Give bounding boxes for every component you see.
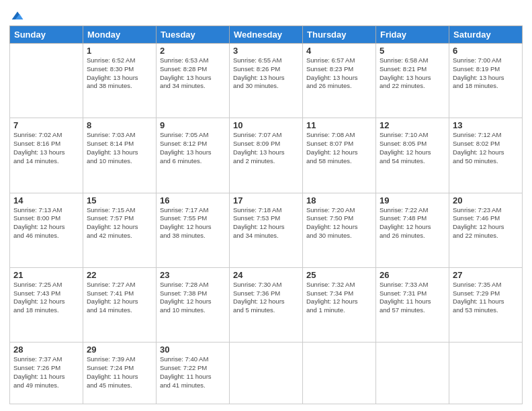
- week-row-1: 1Sunrise: 6:52 AM Sunset: 8:30 PM Daylig…: [10, 44, 523, 118]
- day-info: Sunrise: 6:52 AM Sunset: 8:30 PM Dayligh…: [87, 56, 152, 91]
- header-saturday: Saturday: [449, 26, 523, 44]
- day-number: 3: [233, 46, 299, 56]
- day-number: 24: [233, 270, 299, 280]
- calendar-cell: 28Sunrise: 7:37 AM Sunset: 7:26 PM Dayli…: [10, 342, 83, 404]
- calendar-cell: 26Sunrise: 7:33 AM Sunset: 7:31 PM Dayli…: [376, 267, 449, 342]
- page: Sunday Monday Tuesday Wednesday Thursday…: [0, 0, 532, 411]
- day-info: Sunrise: 7:03 AM Sunset: 8:14 PM Dayligh…: [87, 131, 152, 165]
- day-info: Sunrise: 7:25 AM Sunset: 7:43 PM Dayligh…: [13, 281, 79, 315]
- calendar-cell: [376, 342, 449, 404]
- day-info: Sunrise: 7:07 AM Sunset: 8:09 PM Dayligh…: [233, 131, 299, 165]
- day-number: 19: [380, 195, 445, 205]
- day-info: Sunrise: 7:28 AM Sunset: 7:38 PM Dayligh…: [160, 281, 226, 315]
- calendar-cell: 4Sunrise: 6:57 AM Sunset: 8:23 PM Daylig…: [303, 44, 376, 118]
- day-info: Sunrise: 6:55 AM Sunset: 8:26 PM Dayligh…: [233, 56, 299, 91]
- day-number: 2: [160, 46, 226, 56]
- day-number: 9: [160, 120, 226, 130]
- calendar-cell: 2Sunrise: 6:53 AM Sunset: 8:28 PM Daylig…: [157, 44, 230, 118]
- calendar-cell: [303, 342, 376, 404]
- day-info: Sunrise: 7:15 AM Sunset: 7:57 PM Dayligh…: [87, 206, 152, 240]
- day-number: 14: [13, 195, 79, 205]
- day-number: 21: [13, 270, 79, 280]
- day-number: 17: [233, 195, 299, 205]
- day-info: Sunrise: 7:39 AM Sunset: 7:24 PM Dayligh…: [87, 355, 152, 390]
- day-number: 7: [13, 120, 79, 130]
- day-info: Sunrise: 7:20 AM Sunset: 7:50 PM Dayligh…: [306, 206, 372, 240]
- header-thursday: Thursday: [303, 26, 376, 44]
- day-number: 10: [233, 120, 299, 130]
- day-number: 23: [160, 270, 226, 280]
- calendar-cell: 16Sunrise: 7:17 AM Sunset: 7:55 PM Dayli…: [157, 193, 230, 267]
- week-row-3: 14Sunrise: 7:13 AM Sunset: 8:00 PM Dayli…: [10, 193, 523, 267]
- calendar-table: Sunday Monday Tuesday Wednesday Thursday…: [9, 26, 523, 404]
- calendar-cell: 27Sunrise: 7:35 AM Sunset: 7:29 PM Dayli…: [449, 267, 523, 342]
- day-info: Sunrise: 7:35 AM Sunset: 7:29 PM Dayligh…: [453, 281, 519, 315]
- calendar-cell: 21Sunrise: 7:25 AM Sunset: 7:43 PM Dayli…: [10, 267, 83, 342]
- header-tuesday: Tuesday: [157, 26, 230, 44]
- calendar-cell: 24Sunrise: 7:30 AM Sunset: 7:36 PM Dayli…: [230, 267, 303, 342]
- calendar-cell: 30Sunrise: 7:40 AM Sunset: 7:22 PM Dayli…: [157, 342, 230, 404]
- calendar-cell: 3Sunrise: 6:55 AM Sunset: 8:26 PM Daylig…: [230, 44, 303, 118]
- day-info: Sunrise: 7:13 AM Sunset: 8:00 PM Dayligh…: [13, 206, 79, 240]
- day-number: 5: [380, 46, 445, 56]
- header-wednesday: Wednesday: [230, 26, 303, 44]
- calendar-cell: 7Sunrise: 7:02 AM Sunset: 8:16 PM Daylig…: [10, 118, 83, 193]
- day-number: 30: [160, 345, 226, 355]
- calendar-cell: 23Sunrise: 7:28 AM Sunset: 7:38 PM Dayli…: [157, 267, 230, 342]
- day-info: Sunrise: 7:40 AM Sunset: 7:22 PM Dayligh…: [160, 355, 226, 390]
- header-friday: Friday: [376, 26, 449, 44]
- calendar-cell: [10, 44, 83, 118]
- day-info: Sunrise: 6:58 AM Sunset: 8:21 PM Dayligh…: [380, 56, 445, 91]
- day-number: 28: [13, 345, 79, 355]
- day-info: Sunrise: 6:57 AM Sunset: 8:23 PM Dayligh…: [306, 56, 372, 91]
- header: [9, 7, 523, 23]
- day-info: Sunrise: 7:02 AM Sunset: 8:16 PM Dayligh…: [13, 131, 79, 165]
- calendar-cell: 6Sunrise: 7:00 AM Sunset: 8:19 PM Daylig…: [449, 44, 523, 118]
- week-row-4: 21Sunrise: 7:25 AM Sunset: 7:43 PM Dayli…: [10, 267, 523, 342]
- header-monday: Monday: [83, 26, 157, 44]
- calendar-cell: 18Sunrise: 7:20 AM Sunset: 7:50 PM Dayli…: [303, 193, 376, 267]
- day-number: 11: [306, 120, 372, 130]
- day-number: 8: [87, 120, 152, 130]
- day-info: Sunrise: 7:32 AM Sunset: 7:34 PM Dayligh…: [306, 281, 372, 315]
- day-info: Sunrise: 7:00 AM Sunset: 8:19 PM Dayligh…: [453, 56, 519, 91]
- calendar-cell: 14Sunrise: 7:13 AM Sunset: 8:00 PM Dayli…: [10, 193, 83, 267]
- day-number: 18: [306, 195, 372, 205]
- header-sunday: Sunday: [10, 26, 83, 44]
- day-number: 20: [453, 195, 519, 205]
- calendar-cell: 17Sunrise: 7:18 AM Sunset: 7:53 PM Dayli…: [230, 193, 303, 267]
- day-number: 13: [453, 120, 519, 130]
- calendar-cell: [230, 342, 303, 404]
- day-number: 15: [87, 195, 152, 205]
- calendar-cell: [449, 342, 523, 404]
- calendar-cell: 8Sunrise: 7:03 AM Sunset: 8:14 PM Daylig…: [83, 118, 157, 193]
- day-info: Sunrise: 7:08 AM Sunset: 8:07 PM Dayligh…: [306, 131, 372, 165]
- logo: [9, 9, 24, 23]
- calendar-cell: 9Sunrise: 7:05 AM Sunset: 8:12 PM Daylig…: [157, 118, 230, 193]
- calendar-cell: 29Sunrise: 7:39 AM Sunset: 7:24 PM Dayli…: [83, 342, 157, 404]
- day-info: Sunrise: 7:22 AM Sunset: 7:48 PM Dayligh…: [380, 206, 445, 240]
- calendar-cell: 19Sunrise: 7:22 AM Sunset: 7:48 PM Dayli…: [376, 193, 449, 267]
- day-number: 1: [87, 46, 152, 56]
- day-info: Sunrise: 7:30 AM Sunset: 7:36 PM Dayligh…: [233, 281, 299, 315]
- day-number: 22: [87, 270, 152, 280]
- day-number: 29: [87, 345, 152, 355]
- day-info: Sunrise: 7:17 AM Sunset: 7:55 PM Dayligh…: [160, 206, 226, 240]
- weekday-header-row: Sunday Monday Tuesday Wednesday Thursday…: [10, 26, 523, 44]
- week-row-2: 7Sunrise: 7:02 AM Sunset: 8:16 PM Daylig…: [10, 118, 523, 193]
- calendar-cell: 13Sunrise: 7:12 AM Sunset: 8:02 PM Dayli…: [449, 118, 523, 193]
- calendar-cell: 10Sunrise: 7:07 AM Sunset: 8:09 PM Dayli…: [230, 118, 303, 193]
- calendar-cell: 20Sunrise: 7:23 AM Sunset: 7:46 PM Dayli…: [449, 193, 523, 267]
- calendar-cell: 22Sunrise: 7:27 AM Sunset: 7:41 PM Dayli…: [83, 267, 157, 342]
- week-row-5: 28Sunrise: 7:37 AM Sunset: 7:26 PM Dayli…: [10, 342, 523, 404]
- day-info: Sunrise: 7:27 AM Sunset: 7:41 PM Dayligh…: [87, 281, 152, 315]
- day-number: 27: [453, 270, 519, 280]
- calendar-cell: 25Sunrise: 7:32 AM Sunset: 7:34 PM Dayli…: [303, 267, 376, 342]
- day-info: Sunrise: 6:53 AM Sunset: 8:28 PM Dayligh…: [160, 56, 226, 91]
- calendar-cell: 11Sunrise: 7:08 AM Sunset: 8:07 PM Dayli…: [303, 118, 376, 193]
- calendar-cell: 15Sunrise: 7:15 AM Sunset: 7:57 PM Dayli…: [83, 193, 157, 267]
- day-number: 25: [306, 270, 372, 280]
- day-info: Sunrise: 7:18 AM Sunset: 7:53 PM Dayligh…: [233, 206, 299, 240]
- day-number: 6: [453, 46, 519, 56]
- day-info: Sunrise: 7:05 AM Sunset: 8:12 PM Dayligh…: [160, 131, 226, 165]
